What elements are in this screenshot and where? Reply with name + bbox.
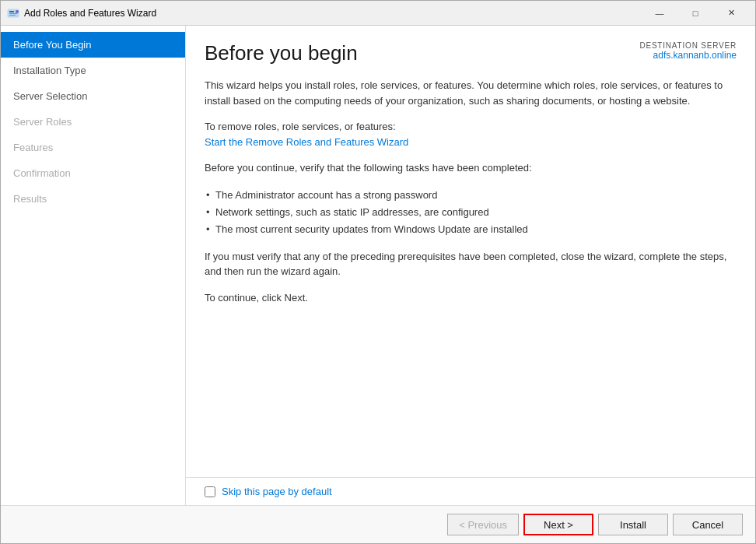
content-area: Before You Begin Installation Type Serve… (1, 26, 755, 505)
nav-server-selection[interactable]: Server Selection (1, 83, 185, 109)
previous-button[interactable]: < Previous (447, 514, 519, 535)
destination-block: DESTINATION SERVER adfs.kannanb.online (639, 41, 737, 61)
remove-prefix: To remove roles, role services, or featu… (205, 119, 737, 149)
svg-rect-2 (9, 13, 17, 14)
button-bar: < Previous Next > Install Cancel (1, 505, 755, 543)
nav-server-roles: Server Roles (1, 109, 185, 135)
intro-paragraph: This wizard helps you install roles, rol… (205, 78, 737, 108)
maximize-button[interactable]: □ (677, 1, 713, 26)
bullet-item-2: Network settings, such as static IP addr… (205, 204, 737, 221)
skip-checkbox[interactable] (205, 486, 215, 497)
next-button[interactable]: Next > (523, 514, 593, 535)
verify-paragraph: Before you continue, verify that the fol… (205, 160, 737, 176)
nav-installation-type[interactable]: Installation Type (1, 58, 185, 83)
minimize-button[interactable]: — (642, 1, 677, 26)
destination-server: adfs.kannanb.online (639, 50, 737, 61)
remove-wizard-link[interactable]: Start the Remove Roles and Features Wiza… (205, 136, 408, 148)
skip-checkbox-label[interactable]: Skip this page by default (222, 486, 332, 497)
close-button[interactable]: ✕ (713, 1, 749, 26)
destination-label: DESTINATION SERVER (639, 41, 737, 50)
verify-note: If you must verify that any of the prece… (205, 249, 737, 279)
page-header: Before you begin DESTINATION SERVER adfs… (186, 26, 755, 65)
wizard-window: Add Roles and Features Wizard — □ ✕ Befo… (0, 0, 756, 544)
bullet-item-3: The most current security updates from W… (205, 221, 737, 238)
svg-point-4 (16, 10, 19, 13)
body-content: This wizard helps you install roles, rol… (186, 65, 755, 477)
page-title: Before you begin (205, 41, 358, 65)
titlebar-title: Add Roles and Features Wizard (24, 8, 642, 19)
main-content: Before you begin DESTINATION SERVER adfs… (186, 26, 755, 505)
prerequisites-list: The Administrator account has a strong p… (205, 187, 737, 238)
nav-before-you-begin[interactable]: Before You Begin (1, 32, 185, 58)
footer-area: Skip this page by default (186, 477, 755, 505)
left-nav: Before You Begin Installation Type Serve… (1, 26, 186, 505)
svg-rect-1 (9, 11, 14, 12)
svg-rect-3 (9, 15, 16, 16)
nav-confirmation: Confirmation (1, 160, 185, 186)
nav-results: Results (1, 186, 185, 212)
install-button[interactable]: Install (598, 514, 668, 535)
bullet-item-1: The Administrator account has a strong p… (205, 187, 737, 204)
nav-features: Features (1, 135, 185, 160)
titlebar: Add Roles and Features Wizard — □ ✕ (1, 1, 755, 26)
window-controls: — □ ✕ (642, 1, 749, 26)
cancel-button[interactable]: Cancel (673, 514, 743, 535)
continue-text: To continue, click Next. (205, 290, 737, 306)
skip-checkbox-area: Skip this page by default (205, 486, 332, 497)
app-icon (7, 7, 19, 19)
